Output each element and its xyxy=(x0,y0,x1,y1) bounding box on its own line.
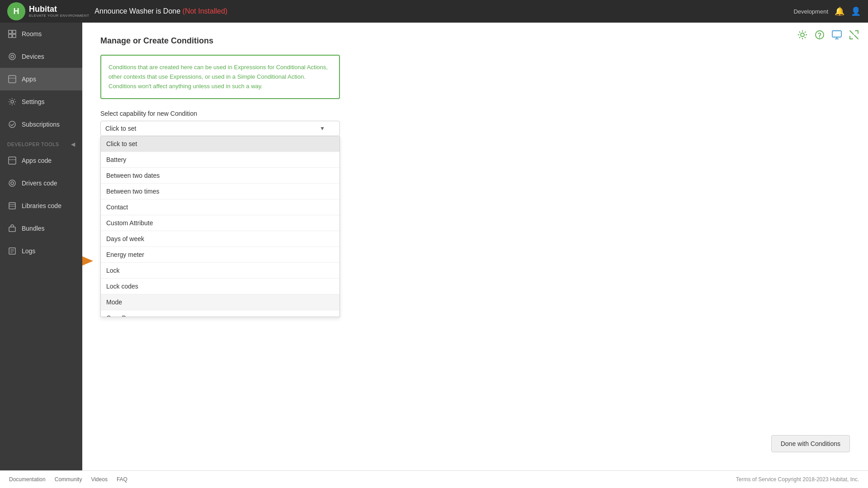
sidebar-item-apps[interactable]: Apps xyxy=(0,68,82,90)
svg-point-4 xyxy=(9,53,15,60)
sidebar-item-devices[interactable]: Devices xyxy=(0,45,82,68)
logs-icon xyxy=(7,246,17,256)
footer-links: Documentation Community Videos FAQ xyxy=(9,476,127,483)
sidebar-item-apps-code[interactable]: Apps code xyxy=(0,149,82,172)
app-header: H Hubitat ELEVATE YOUR ENVIRONMENT Annou… xyxy=(0,0,868,23)
developer-section-label: Developer tools xyxy=(7,142,59,147)
sidebar-item-rooms[interactable]: Rooms xyxy=(0,23,82,45)
svg-point-5 xyxy=(11,55,14,58)
sidebar-label-bundles: Bundles xyxy=(22,225,45,232)
dropdown-option-mode[interactable]: Mode xyxy=(101,294,340,310)
notification-icon[interactable]: 🔔 xyxy=(835,6,844,16)
sidebar-label-libraries-code: Libraries code xyxy=(22,202,61,209)
footer-link-community[interactable]: Community xyxy=(55,476,82,483)
dropdown-option-on-a-day[interactable]: On a Day xyxy=(101,310,340,317)
dropdown-option-battery[interactable]: Battery xyxy=(101,152,340,168)
sidebar-label-settings: Settings xyxy=(22,98,45,105)
bundles-icon xyxy=(7,223,17,233)
dropdown-arrow-icon: ▼ xyxy=(320,125,325,132)
collapse-icon[interactable]: ◀ xyxy=(71,141,75,147)
dropdown-current-value: Click to set xyxy=(105,125,136,132)
arrow-pointer xyxy=(82,253,93,269)
sidebar-label-subscriptions: Subscriptions xyxy=(22,121,60,128)
logo-icon: H xyxy=(7,2,25,20)
svg-rect-14 xyxy=(9,203,15,209)
svg-rect-2 xyxy=(9,34,12,38)
dropdown-option-click-to-set[interactable]: Click to set xyxy=(101,136,340,152)
sidebar-item-bundles[interactable]: Bundles xyxy=(0,217,82,240)
apps-code-icon xyxy=(7,156,17,166)
sidebar-item-drivers-code[interactable]: Drivers code xyxy=(0,172,82,194)
dropdown-option-lock[interactable]: Lock xyxy=(101,263,340,279)
svg-point-9 xyxy=(9,121,15,128)
drivers-code-icon xyxy=(7,178,17,188)
toolbar-monitor-icon[interactable] xyxy=(832,30,842,42)
brand-tagline: ELEVATE YOUR ENVIRONMENT xyxy=(29,14,89,18)
dropdown-option-days-of-week[interactable]: Days of week xyxy=(101,231,340,247)
svg-point-12 xyxy=(9,180,15,186)
subscriptions-icon xyxy=(7,119,17,129)
content-inner: Manage or Create Conditions Conditions t… xyxy=(82,23,489,150)
svg-rect-10 xyxy=(9,157,16,164)
page-title: Manage or Create Conditions xyxy=(100,36,471,46)
dropdown-option-energy-meter[interactable]: Energy meter xyxy=(101,247,340,263)
footer-link-faq[interactable]: FAQ xyxy=(117,476,127,483)
logo-text: Hubitat ELEVATE YOUR ENVIRONMENT xyxy=(29,5,89,18)
capability-dropdown-trigger[interactable]: Click to set ▼ xyxy=(100,121,340,136)
header-title: Announce Washer is Done (Not Installed) xyxy=(94,7,788,15)
toolbar-settings-icon[interactable] xyxy=(797,30,807,42)
done-button-area: Done with Conditions xyxy=(771,435,850,452)
sidebar-label-apps: Apps xyxy=(22,76,36,83)
sidebar-item-libraries-code[interactable]: Libraries code xyxy=(0,194,82,217)
settings-icon xyxy=(7,97,17,107)
body-area: Rooms Devices Apps Settings Subscription… xyxy=(0,23,868,470)
devices-icon xyxy=(7,52,17,62)
main-content: Manage or Create Conditions Conditions t… xyxy=(82,23,868,470)
libraries-code-icon xyxy=(7,201,17,211)
dev-label: Development xyxy=(793,8,828,15)
footer: Documentation Community Videos FAQ Terms… xyxy=(0,470,868,488)
header-right: Development 🔔 👤 xyxy=(793,6,861,16)
svg-rect-0 xyxy=(9,30,12,33)
logo-area: H Hubitat ELEVATE YOUR ENVIRONMENT xyxy=(7,2,89,20)
dropdown-option-between-two-times[interactable]: Between two times xyxy=(101,184,340,199)
toolbar-icons xyxy=(797,30,859,42)
dropdown-option-between-two-dates[interactable]: Between two dates xyxy=(101,168,340,184)
footer-copyright: Terms of Service Copyright 2018-2023 Hub… xyxy=(736,476,859,483)
sidebar-label-apps-code: Apps code xyxy=(22,157,52,164)
info-box: Conditions that are created here can be … xyxy=(100,55,340,99)
sidebar-item-settings[interactable]: Settings xyxy=(0,90,82,113)
developer-section: Developer tools ◀ xyxy=(0,136,82,149)
svg-rect-1 xyxy=(13,30,16,33)
dropdown-option-custom-attribute[interactable]: Custom Attribute xyxy=(101,215,340,231)
sidebar-item-subscriptions[interactable]: Subscriptions xyxy=(0,113,82,136)
dropdown-option-contact[interactable]: Contact xyxy=(101,199,340,215)
capability-dropdown-list: Click to set Battery Between two dates B… xyxy=(100,136,340,317)
select-capability-label: Select capability for new Condition xyxy=(100,110,471,117)
sidebar-label-drivers-code: Drivers code xyxy=(22,180,57,187)
svg-point-13 xyxy=(11,182,14,185)
toolbar-expand-icon[interactable] xyxy=(849,30,859,42)
sidebar-item-logs[interactable]: Logs xyxy=(0,240,82,262)
svg-point-24 xyxy=(819,37,820,38)
svg-rect-6 xyxy=(9,76,16,83)
svg-rect-3 xyxy=(13,34,16,38)
sidebar-label-devices: Devices xyxy=(22,53,44,60)
toolbar-help-icon[interactable] xyxy=(815,30,825,42)
svg-rect-25 xyxy=(832,31,841,37)
svg-rect-17 xyxy=(9,227,15,232)
footer-link-videos[interactable]: Videos xyxy=(91,476,107,483)
sidebar-label-logs: Logs xyxy=(22,247,35,255)
done-with-conditions-button[interactable]: Done with Conditions xyxy=(771,435,850,452)
sidebar: Rooms Devices Apps Settings Subscription… xyxy=(0,23,82,470)
rooms-icon xyxy=(7,29,17,39)
svg-point-8 xyxy=(11,100,14,103)
sidebar-label-rooms: Rooms xyxy=(22,30,42,38)
info-text: Conditions that are created here can be … xyxy=(108,63,332,91)
not-installed-badge: (Not Installed) xyxy=(183,7,228,15)
dropdown-option-lock-codes[interactable]: Lock codes xyxy=(101,279,340,294)
user-icon[interactable]: 👤 xyxy=(851,6,861,16)
apps-icon xyxy=(7,74,17,84)
header-title-text: Announce Washer is Done xyxy=(94,7,180,15)
footer-link-documentation[interactable]: Documentation xyxy=(9,476,46,483)
